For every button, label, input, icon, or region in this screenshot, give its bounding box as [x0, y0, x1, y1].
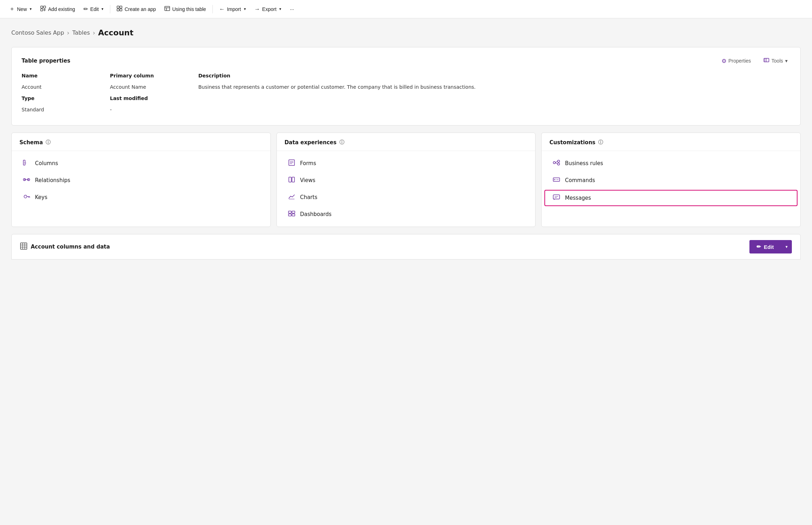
- gear-icon: ⚙: [722, 58, 726, 64]
- charts-item[interactable]: Charts: [280, 189, 533, 205]
- more-button[interactable]: ···: [286, 4, 298, 14]
- description-value: Business that represents a customer or p…: [198, 84, 790, 117]
- description-label: Description: [198, 73, 790, 80]
- properties-button[interactable]: ⚙ Properties: [719, 56, 754, 66]
- business-rules-item[interactable]: Business rules: [544, 155, 798, 171]
- svg-rect-1: [43, 6, 46, 8]
- dashboards-item[interactable]: Dashboards: [280, 206, 533, 222]
- svg-point-34: [557, 160, 560, 162]
- bottom-bar: Account columns and data ✏ Edit ▾: [11, 234, 801, 259]
- edit-pencil-white-icon: ✏: [756, 244, 761, 250]
- export-icon: →: [255, 6, 260, 12]
- schema-card: Schema ⓘ Abc Columns: [11, 133, 271, 227]
- card-title: Table properties: [22, 58, 70, 64]
- customizations-info-icon: ⓘ: [598, 139, 603, 146]
- toolbar-sep-2: [212, 5, 213, 13]
- using-table-button[interactable]: Using this table: [161, 4, 210, 15]
- breadcrumb: Contoso Sales App › Tables › Account: [11, 28, 801, 37]
- import-button[interactable]: ← Import ▾: [216, 4, 250, 14]
- svg-point-18: [24, 195, 27, 198]
- data-experiences-info-icon: ⓘ: [339, 139, 344, 146]
- schema-header: Schema ⓘ: [12, 133, 270, 151]
- breadcrumb-current: Account: [98, 28, 133, 37]
- svg-point-35: [557, 163, 560, 165]
- card-header: Table properties ⚙ Properties Tools: [22, 56, 790, 66]
- type-label: Type: [22, 95, 110, 103]
- edit-chevron-button[interactable]: ▾: [781, 241, 792, 253]
- svg-rect-26: [289, 177, 291, 182]
- edit-pencil-icon: ✏: [83, 6, 88, 12]
- svg-rect-45: [21, 243, 27, 249]
- data-experiences-header: Data experiences ⓘ: [277, 133, 536, 151]
- plus-icon: ＋: [9, 5, 15, 13]
- name-label: Name: [22, 73, 110, 80]
- primary-col-label: Primary column: [110, 73, 198, 80]
- tools-chevron-icon: ▾: [785, 58, 788, 64]
- export-button[interactable]: → Export ▾: [251, 4, 285, 14]
- svg-rect-4: [120, 6, 122, 8]
- svg-rect-0: [41, 6, 43, 8]
- breadcrumb-sep-1: ›: [67, 29, 69, 36]
- business-rules-icon: [552, 159, 561, 167]
- edit-toolbar-button[interactable]: ✏ Edit ▾: [80, 4, 107, 14]
- commands-item[interactable]: Commands: [544, 172, 798, 188]
- svg-rect-7: [165, 6, 170, 11]
- svg-rect-31: [288, 214, 291, 216]
- new-button[interactable]: ＋ New ▾: [6, 3, 35, 15]
- charts-icon: [287, 193, 296, 201]
- breadcrumb-tables[interactable]: Tables: [72, 29, 90, 36]
- data-experiences-card: Data experiences ⓘ Forms: [276, 133, 536, 227]
- last-modified-label: Last modified: [110, 95, 198, 103]
- cards-row: Schema ⓘ Abc Columns: [11, 133, 801, 227]
- schema-info-icon: ⓘ: [46, 139, 51, 146]
- customizations-header: Customizations ⓘ: [542, 133, 800, 151]
- tools-button[interactable]: Tools ▾: [761, 56, 790, 66]
- customizations-card: Customizations ⓘ Business rules: [541, 133, 801, 227]
- export-chevron-icon: ▾: [279, 7, 281, 11]
- forms-icon: [287, 159, 296, 167]
- svg-rect-5: [117, 9, 119, 11]
- import-icon: ←: [219, 6, 225, 12]
- props-grid: Name Primary column Description Account …: [22, 73, 790, 117]
- edit-chevron-icon: ▾: [101, 7, 104, 11]
- svg-text:Abc: Abc: [24, 162, 27, 164]
- svg-line-36: [555, 161, 557, 163]
- relationships-item[interactable]: Relationships: [14, 172, 268, 188]
- svg-rect-32: [292, 214, 295, 216]
- messages-icon: [552, 194, 561, 202]
- svg-point-33: [553, 162, 555, 164]
- main-content: Contoso Sales App › Tables › Account Tab…: [0, 18, 812, 269]
- toolbar-sep-1: [110, 5, 110, 13]
- svg-rect-3: [117, 6, 119, 8]
- create-app-icon: [117, 6, 122, 13]
- svg-line-37: [555, 163, 557, 164]
- add-existing-icon: [40, 6, 46, 13]
- schema-items: Abc Columns Rel: [12, 151, 270, 210]
- views-icon: [287, 176, 296, 184]
- columns-item[interactable]: Abc Columns: [14, 155, 268, 171]
- breadcrumb-app[interactable]: Contoso Sales App: [11, 29, 64, 36]
- svg-rect-27: [292, 177, 294, 182]
- customizations-items: Business rules Commands: [542, 151, 800, 211]
- primary-col-value: Account Name: [110, 84, 198, 91]
- keys-item[interactable]: Keys: [14, 189, 268, 205]
- views-item[interactable]: Views: [280, 172, 533, 188]
- breadcrumb-sep-2: ›: [93, 29, 95, 36]
- messages-item[interactable]: Messages: [544, 190, 798, 206]
- card-actions: ⚙ Properties Tools ▾: [719, 56, 791, 66]
- using-table-icon: [164, 6, 170, 13]
- commands-icon: [552, 176, 561, 184]
- svg-rect-30: [292, 211, 295, 213]
- relationships-icon: [22, 176, 31, 184]
- tools-icon: [764, 57, 769, 64]
- add-existing-button[interactable]: Add existing: [37, 4, 78, 15]
- edit-main-button[interactable]: ✏ Edit: [749, 240, 781, 253]
- edit-split-button: ✏ Edit ▾: [749, 240, 792, 253]
- last-modified-value: -: [110, 107, 198, 112]
- table-grid-icon: [20, 243, 27, 251]
- svg-rect-2: [41, 9, 43, 11]
- create-app-button[interactable]: Create an app: [113, 4, 159, 15]
- bottom-bar-title: Account columns and data: [20, 243, 110, 251]
- dashboards-icon: [287, 210, 296, 218]
- forms-item[interactable]: Forms: [280, 155, 533, 171]
